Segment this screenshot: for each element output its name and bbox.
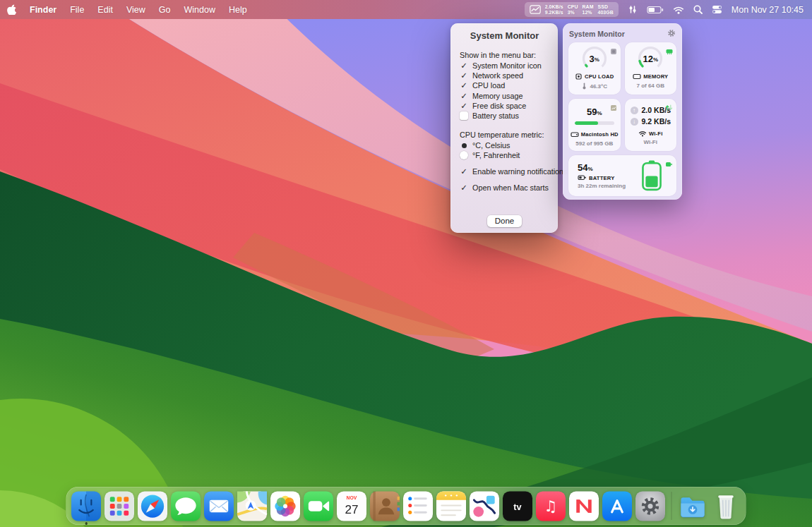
battery-illustration (640, 159, 663, 192)
checkbox-system-monitor-icon[interactable]: System Monitor icon (460, 61, 549, 71)
menu-file[interactable]: File (70, 5, 84, 15)
network-card[interactable]: ↑ 2.0 KB/s ↓ 9.2 KB/s Wi-Fi Wi-Fi (625, 99, 677, 151)
dock-item-settings[interactable] (635, 491, 666, 521)
temperature-radio-list: °C, Celsius°F, Fahrenheit (460, 140, 549, 160)
checkbox-memory-usage[interactable]: Memory usage (460, 91, 549, 101)
option-label: System Monitor icon (472, 61, 542, 70)
checkbox-cpu-load[interactable]: CPU load (460, 80, 549, 90)
memory-detail: 7 of 64 GB (636, 83, 664, 89)
checkbox-battery-status[interactable]: Battery status (460, 111, 549, 121)
temperature-section-label: CPU temperature metric: (460, 131, 549, 139)
dock-item-appstore[interactable] (602, 491, 633, 521)
checkbox-indicator[interactable] (460, 92, 468, 100)
radio-indicator[interactable] (460, 151, 468, 159)
menu-edit[interactable]: Edit (97, 5, 113, 15)
svg-text:27: 27 (345, 503, 358, 516)
menu-help[interactable]: Help (229, 5, 247, 15)
news-icon (569, 491, 599, 521)
dock-item-facetime[interactable] (304, 491, 334, 521)
checkbox-indicator[interactable] (460, 167, 468, 176)
dock-item-downloads[interactable] (678, 491, 708, 521)
checkbox-enable-warning-notifications[interactable]: Enable warning notifications (460, 166, 549, 176)
checkbox-indicator[interactable] (460, 102, 468, 110)
battery-status-icon[interactable] (647, 6, 664, 14)
battery-label: BATTERY (578, 174, 614, 181)
menu-finder[interactable]: Finder (30, 5, 56, 15)
widget-ssd: SSD 403GB (598, 4, 614, 15)
finder-icon (71, 491, 102, 521)
network-detail: Wi-Fi (644, 139, 657, 145)
disk-mini-icon (610, 102, 617, 114)
checkbox-indicator[interactable] (460, 71, 468, 80)
menu-window[interactable]: Window (184, 5, 215, 15)
cpu-label: CPU LOAD (575, 73, 614, 80)
battery-card[interactable]: 54% BATTERY 3h 22m remaining (568, 155, 676, 196)
dock-item-launchpad[interactable] (105, 491, 135, 521)
disk-label: Macintosh HD (571, 131, 619, 138)
checkbox-indicator[interactable] (460, 61, 468, 70)
radio-c-celsius[interactable]: °C, Celsius (460, 140, 549, 150)
drive-icon (571, 131, 579, 138)
dock-item-finder[interactable] (71, 491, 102, 521)
checkbox-network-speed[interactable]: Network speed (460, 71, 549, 80)
menu-bar-clock[interactable]: Mon Nov 27 10:45 (732, 5, 804, 15)
radio-indicator[interactable] (460, 141, 468, 150)
dock-item-calendar[interactable]: NOV27 (337, 491, 367, 521)
option-label: Battery status (472, 111, 519, 120)
disk-card[interactable]: 59% Macintosh HD 592 of 995 GB (568, 99, 621, 151)
dock-item-messages[interactable] (171, 491, 201, 521)
dock-item-music[interactable]: ♫ (536, 491, 566, 521)
checkbox-indicator[interactable] (460, 81, 468, 90)
dock-item-safari[interactable] (138, 491, 168, 521)
svg-text:NOV: NOV (347, 495, 357, 500)
dock-item-tv[interactable]: tv (503, 491, 533, 521)
svg-text:♫: ♫ (544, 497, 557, 515)
checkbox-free-disk-space[interactable]: Free disk space (460, 101, 549, 111)
appstore-icon (602, 491, 633, 521)
download-speed: ↓ 9.2 KB/s (631, 117, 671, 126)
system-monitor-menu-widget[interactable]: 2.0KB/s 9.2KB/s CPU 3% RAM 12% SSD 403GB (525, 2, 619, 17)
messages-icon (171, 491, 201, 521)
checkbox-indicator[interactable] (460, 183, 468, 192)
disk-detail: 592 of 995 GB (575, 140, 613, 147)
memory-icon (633, 73, 641, 80)
dock-item-trash[interactable] (711, 491, 741, 521)
freeform-icon (470, 491, 500, 521)
widget-cpu: CPU 3% (568, 4, 578, 15)
disk-percent: 59% (587, 107, 602, 117)
menu-view[interactable]: View (126, 5, 145, 15)
app-menus: FinderFileEditViewGoWindowHelp (30, 5, 247, 15)
dock-item-freeform[interactable] (470, 491, 500, 521)
radio-f-fahrenheit[interactable]: °F, Fahrenheit (460, 150, 549, 160)
launchpad-icon (105, 491, 135, 521)
dock-item-reminders[interactable] (403, 491, 434, 521)
checkbox-open-when-mac-starts[interactable]: Open when Mac starts (460, 183, 549, 193)
cpu-percent: 3% (580, 44, 609, 73)
wifi-icon[interactable] (673, 6, 684, 14)
cpu-chip-mini-icon (610, 45, 617, 58)
facetime-icon (304, 491, 334, 521)
memory-label: MEMORY (633, 73, 668, 80)
memory-gauge: 12% (636, 44, 664, 73)
menu-bar-checkbox-list: System Monitor iconNetwork speedCPU load… (460, 61, 549, 121)
battery-mini-icon (665, 158, 673, 171)
cpu-card[interactable]: 3% CPU LOAD 46.3°C (568, 42, 621, 95)
utility-sliders-icon[interactable] (628, 5, 638, 14)
dock-item-maps[interactable] (237, 491, 268, 521)
spotlight-search-icon[interactable] (693, 5, 703, 14)
gear-icon[interactable] (667, 28, 676, 40)
memory-card[interactable]: 12% MEMORY 7 of 64 GB (625, 42, 677, 95)
cpu-icon (575, 73, 583, 80)
dock-item-news[interactable] (569, 491, 599, 521)
dock-item-notes[interactable] (436, 491, 467, 521)
dock-item-photos[interactable] (270, 491, 301, 521)
control-center-icon[interactable] (712, 5, 722, 14)
menu-go[interactable]: Go (159, 5, 171, 15)
dock-item-mail[interactable] (204, 491, 234, 521)
checkbox-indicator[interactable] (460, 111, 468, 120)
done-button[interactable]: Done (487, 215, 523, 227)
disk-progress-bar (575, 121, 614, 125)
option-label: °F, Fahrenheit (472, 151, 520, 159)
dock-item-contacts[interactable] (370, 491, 400, 521)
apple-menu-icon[interactable] (7, 4, 16, 15)
